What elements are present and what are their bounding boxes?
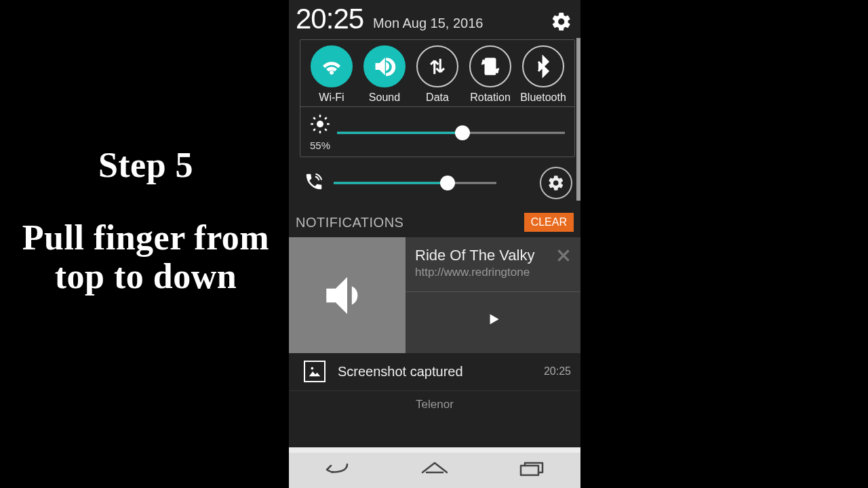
- svg-rect-13: [521, 466, 538, 475]
- toggle-label: Rotation: [470, 92, 511, 104]
- svg-rect-0: [486, 59, 495, 75]
- navigation-bar: [289, 453, 580, 488]
- scrollbar[interactable]: [576, 38, 580, 201]
- toggle-label: Bluetooth: [520, 92, 566, 104]
- carrier-name: Telenor: [289, 390, 580, 414]
- date: Mon Aug 15, 2016: [373, 16, 541, 35]
- screenshot-time: 20:25: [544, 365, 571, 378]
- brightness-slider[interactable]: [337, 125, 565, 141]
- toggle-label: Data: [426, 92, 449, 104]
- home-button[interactable]: [416, 459, 454, 482]
- brightness-percent: 55%: [310, 140, 330, 151]
- svg-line-5: [325, 129, 327, 131]
- recent-apps-button[interactable]: [513, 459, 551, 482]
- media-title: Ride Of The Valky: [415, 247, 555, 264]
- play-button[interactable]: [415, 292, 572, 346]
- content-peek: [289, 447, 580, 453]
- screenshot-title: Screenshot captured: [338, 364, 532, 380]
- toggle-data[interactable]: Data: [412, 45, 463, 104]
- brightness-icon: [310, 114, 330, 137]
- toggle-label: Sound: [369, 92, 400, 104]
- phone-volume-icon: [304, 171, 324, 195]
- close-icon[interactable]: [555, 247, 572, 264]
- ringer-slider[interactable]: [334, 175, 496, 191]
- album-art-icon: [289, 237, 406, 353]
- svg-point-12: [311, 367, 314, 370]
- status-bar: 20:25 Mon Aug 15, 2016: [289, 0, 580, 35]
- back-button[interactable]: [319, 459, 357, 482]
- svg-line-4: [313, 117, 315, 119]
- toggle-rotation[interactable]: Rotation: [465, 45, 516, 104]
- step-body: Pull finger from top to down: [14, 218, 278, 296]
- svg-line-9: [325, 117, 327, 119]
- phone-frame: 20:25 Mon Aug 15, 2016 Wi-FiSoundDataRot…: [289, 0, 580, 488]
- step-title: Step 5: [14, 146, 278, 184]
- svg-line-8: [313, 129, 315, 131]
- ringer-row: [289, 157, 580, 206]
- toggle-label: Wi-Fi: [319, 92, 344, 104]
- toggle-wi-fi[interactable]: Wi-Fi: [306, 45, 357, 104]
- image-icon: [304, 361, 326, 382]
- instruction-text: Step 5 Pull finger from top to down: [14, 146, 278, 296]
- clear-button[interactable]: CLEAR: [524, 213, 574, 232]
- media-subtitle: http://www.redringtone: [415, 266, 555, 279]
- toggles-row: Wi-FiSoundDataRotationBluetooth: [300, 40, 574, 106]
- media-notification[interactable]: Ride Of The Valky http://www.redringtone: [289, 237, 580, 354]
- clock: 20:25: [296, 3, 363, 35]
- notifications-header: NOTIFICATIONS CLEAR: [289, 206, 580, 237]
- svg-point-1: [317, 121, 323, 127]
- sound-settings-button[interactable]: [540, 167, 572, 199]
- quick-settings-panel: Wi-FiSoundDataRotationBluetooth 55%: [300, 39, 575, 157]
- toggle-bluetooth[interactable]: Bluetooth: [517, 45, 569, 104]
- screenshot-notification[interactable]: Screenshot captured 20:25: [289, 354, 580, 386]
- notifications-title: NOTIFICATIONS: [296, 215, 403, 230]
- brightness-row: 55%: [300, 106, 574, 157]
- settings-icon[interactable]: [551, 11, 572, 33]
- toggle-sound[interactable]: Sound: [359, 45, 410, 104]
